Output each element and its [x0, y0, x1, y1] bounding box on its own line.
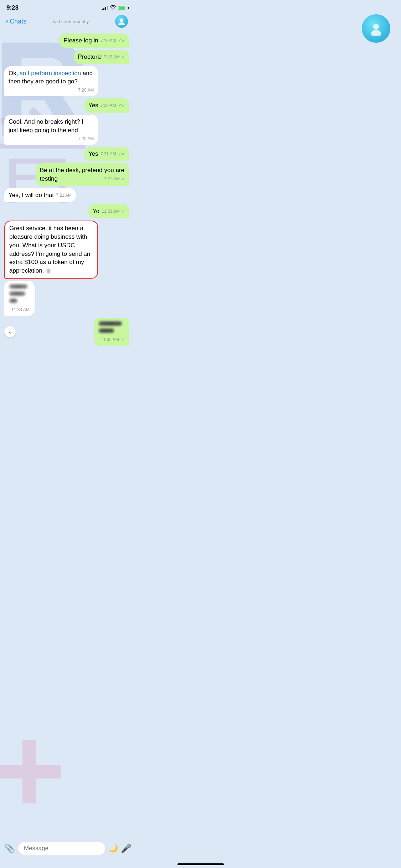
blur-line [99, 329, 114, 333]
message-time: 7:21 AM ✓✓ [101, 151, 125, 157]
wifi-icon [110, 5, 116, 11]
message-time: 7:20 AM ✓✓ [101, 103, 125, 109]
message-bubble-sent: Be at the desk, pretend you are testing … [36, 163, 129, 186]
chevron-left-icon: ‹ [6, 17, 8, 25]
battery-icon [118, 6, 127, 10]
status-time: 9:23 [6, 4, 19, 11]
table-row: Yes 7:20 AM ✓✓ [4, 98, 129, 113]
table-row: ProctorU 7:19 AM ✓ [4, 50, 129, 64]
back-button[interactable]: ‹ Chats [6, 17, 26, 25]
battery-fill [119, 6, 125, 10]
table-row: Cool. And no breaks right? I just keep g… [4, 115, 129, 145]
blur-line [99, 321, 122, 326]
table-row: Yo 11:33 AM ✓ [4, 204, 129, 218]
blur-line [9, 284, 27, 289]
nav-status: last seen recently [26, 19, 115, 24]
message-time: 11:33 AM ✓ [102, 208, 125, 215]
scroll-down-button[interactable]: ⌄ [4, 326, 16, 337]
signal-icon [102, 5, 108, 10]
message-bubble-received: Yes, I will do that 7:21 AM [4, 188, 76, 202]
message-bubble-sent: Please log in 7:19 AM ✓✓ [59, 33, 129, 48]
blur-line [9, 291, 25, 296]
contact-avatar[interactable] [115, 15, 128, 28]
message-text: Please log in [63, 37, 98, 44]
message-bubble-sent: Yes 7:20 AM ✓✓ [84, 98, 129, 113]
message-time: 11:33 AM [11, 307, 30, 312]
checkmark-icon: ✓✓ [118, 38, 125, 43]
checkmark-icon: ✓ [122, 176, 125, 181]
table-row: 11:33 AM [4, 281, 129, 316]
message-bubble-highlighted: Great service, it has been a pleasure do… [4, 221, 98, 279]
table-row: Yes 7:21 AM ✓✓ [4, 147, 129, 161]
status-icons [102, 5, 127, 11]
nav-bar: ‹ Chats last seen recently [0, 13, 134, 31]
message-text: Yo [93, 208, 99, 215]
message-time: 7:21 AM [56, 192, 72, 198]
table-row: Yes, I will do that 7:21 AM [4, 188, 129, 202]
message-time: 7:20 AM [78, 136, 94, 142]
message-text: Great service, it has been a pleasure do… [9, 225, 90, 274]
message-time: 7:19 AM ✓✓ [101, 38, 125, 44]
highlighted-text: so I perform inspection [20, 70, 81, 77]
message-time: 7:21 AM ✓ [104, 176, 125, 182]
blur-line [9, 299, 17, 303]
checkmark-icon: ✓ [121, 337, 124, 342]
message-bubble-received: Cool. And no breaks right? I just keep g… [4, 115, 98, 145]
table-row: Please log in 7:19 AM ✓✓ [4, 33, 129, 48]
checkmark-icon: ✓✓ [118, 151, 125, 156]
checkmark-icon: ✓ [122, 55, 125, 60]
table-row: Great service, it has been a pleasure do… [4, 221, 129, 279]
message-time: 11:35 AM ✓ [101, 337, 124, 342]
chat-area: Please log in 7:19 AM ✓✓ ProctorU 7:19 A… [0, 31, 134, 374]
nav-center: last seen recently [26, 19, 115, 24]
table-row: Be at the desk, pretend you are testing … [4, 163, 129, 186]
message-bubble-sent: Yo 11:33 AM ✓ [88, 204, 129, 218]
back-label: Chats [10, 18, 26, 25]
checkmark-icon: ✓ [122, 209, 125, 214]
status-bar: 9:23 [0, 0, 134, 13]
message-bubble-blurred: 11:33 AM [4, 281, 35, 316]
message-bubble-received: Ok, so I perform inspection and then the… [4, 66, 98, 96]
message-bubble-sent: ProctorU 7:19 AM ✓ [74, 50, 129, 64]
message-time: 7:20 AM [78, 87, 94, 93]
table-row: Ok, so I perform inspection and then the… [4, 66, 129, 96]
message-text: Yes [88, 150, 98, 157]
svg-point-2 [120, 19, 123, 22]
table-row: ⌄ 11:35 AM ✓ [4, 318, 129, 346]
message-text: Yes [88, 102, 98, 109]
message-text: Yes, I will do that [9, 192, 54, 198]
message-bubble-sent: Yes 7:21 AM ✓✓ [84, 147, 129, 161]
svg-point-3 [118, 22, 125, 25]
message-text: Cool. And no breaks right? I just keep g… [9, 118, 83, 134]
message-time: 7:19 AM ✓ [104, 54, 125, 60]
checkmark-icon: ✓✓ [118, 103, 125, 108]
message-bubble-blurred-sent: 11:35 AM ✓ [94, 318, 129, 346]
message-text: ProctorU [78, 53, 102, 60]
